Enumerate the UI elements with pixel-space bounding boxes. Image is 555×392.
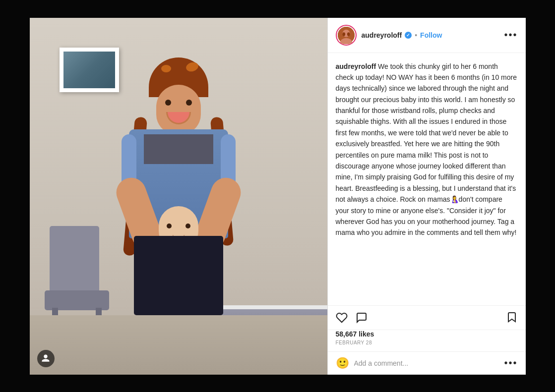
- chair-seat: [45, 290, 109, 310]
- baby-eye-right: [185, 224, 190, 228]
- svg-point-4: [347, 32, 350, 36]
- face-eye-right: [186, 100, 192, 106]
- wall-art-inner: [63, 52, 115, 88]
- action-buttons: [336, 310, 518, 328]
- modal-overlay: audreyroloff ✓ • Follow ••• audreyroloff…: [0, 0, 555, 392]
- username[interactable]: audreyroloff: [362, 31, 402, 39]
- caption-username[interactable]: audreyroloff: [336, 62, 376, 70]
- caption-body: We took this chunky girl to her 6 month …: [336, 62, 517, 237]
- hair-accessory-right: [185, 61, 199, 73]
- likes-count: 58,667 likes: [328, 330, 526, 340]
- inner-shirt: [144, 134, 213, 164]
- more-options-icon[interactable]: •••: [504, 29, 517, 41]
- post-caption-scroll[interactable]: audreyroloff We took this chunky girl to…: [328, 53, 526, 306]
- verified-badge: ✓: [405, 32, 412, 39]
- face-smile: [166, 112, 191, 124]
- emoji-icon[interactable]: 🙂: [336, 357, 349, 370]
- post-info-section: audreyroloff ✓ • Follow ••• audreyroloff…: [327, 18, 526, 375]
- svg-point-3: [342, 32, 345, 36]
- post-image: [30, 18, 327, 375]
- chair-back: [50, 226, 99, 300]
- person-figure: [109, 57, 248, 335]
- person-tag-icon[interactable]: [37, 350, 55, 367]
- chair: [45, 226, 109, 325]
- pants: [134, 236, 223, 315]
- comment-button[interactable]: [356, 310, 368, 328]
- face: [156, 85, 201, 134]
- avatar: [338, 27, 355, 44]
- hair-accessory-left: [161, 65, 171, 72]
- avatar-container[interactable]: [336, 25, 357, 46]
- save-button[interactable]: [506, 311, 518, 326]
- post-actions: [328, 306, 526, 330]
- face-eye-left: [165, 100, 171, 106]
- comment-input[interactable]: [354, 359, 499, 367]
- post-header: audreyroloff ✓ • Follow •••: [328, 18, 526, 53]
- caption-text: audreyroloff We took this chunky girl to…: [336, 61, 518, 238]
- post-modal: audreyroloff ✓ • Follow ••• audreyroloff…: [30, 18, 526, 375]
- comment-input-area: 🙂 •••: [328, 351, 526, 375]
- like-button[interactable]: [336, 310, 348, 328]
- follow-button[interactable]: Follow: [420, 31, 442, 39]
- separator: •: [415, 31, 417, 39]
- user-info: audreyroloff ✓ • Follow: [362, 31, 442, 39]
- comment-more-dots[interactable]: •••: [504, 357, 517, 369]
- post-date: FEBRUARY 28: [328, 340, 526, 351]
- baby-eye-left: [167, 224, 172, 228]
- photo-scene: [30, 18, 327, 375]
